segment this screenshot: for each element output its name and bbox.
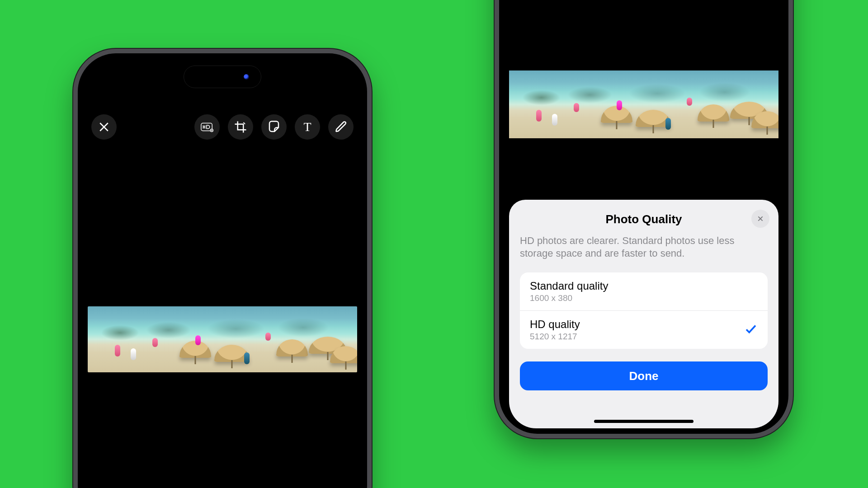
volume-down-button [73,230,74,270]
beach-panorama-image [509,70,778,138]
option-label: Standard quality [530,280,608,292]
done-button[interactable]: Done [520,361,768,390]
option-standard-quality[interactable]: Standard quality 1600 x 380 [520,272,768,310]
close-icon [757,215,764,222]
hd-icon [200,120,214,134]
sheet-description: HD photos are clearer. Standard photos u… [520,235,768,260]
editor-toolbar: T [91,114,354,140]
crop-rotate-button[interactable] [228,114,253,140]
text-button[interactable]: T [295,114,320,140]
mute-switch [73,148,74,169]
tool-group: T [194,114,354,140]
sticker-icon [267,120,281,134]
hd-quality-button[interactable] [194,114,220,140]
home-indicator[interactable] [594,420,693,423]
volume-up-button [73,180,74,221]
quality-option-list: Standard quality 1600 x 380 HD quality 5… [520,272,768,349]
draw-button[interactable] [328,114,354,140]
photo-preview[interactable] [88,306,357,372]
beach-panorama-image [88,306,357,372]
sheet-close-button[interactable] [751,210,769,228]
close-icon [97,120,111,134]
pencil-icon [334,120,348,134]
text-icon: T [303,120,311,134]
option-label: HD quality [530,318,580,331]
close-button[interactable] [91,114,117,140]
sheet-title: Photo Quality [520,212,768,226]
crop-rotate-icon [234,120,247,134]
option-resolution: 5120 x 1217 [530,332,580,342]
photo-preview [509,70,778,138]
option-hd-quality[interactable]: HD quality 5120 x 1217 [520,310,768,349]
option-resolution: 1600 x 380 [530,293,608,303]
photo-quality-sheet: Photo Quality HD photos are clearer. Sta… [509,200,778,428]
dynamic-island [184,66,261,88]
selected-checkmark-icon [744,322,758,338]
phone-editor: T [73,49,372,488]
phone-quality-sheet: Photo Quality HD photos are clearer. Sta… [495,0,793,438]
sticker-button[interactable] [261,114,287,140]
